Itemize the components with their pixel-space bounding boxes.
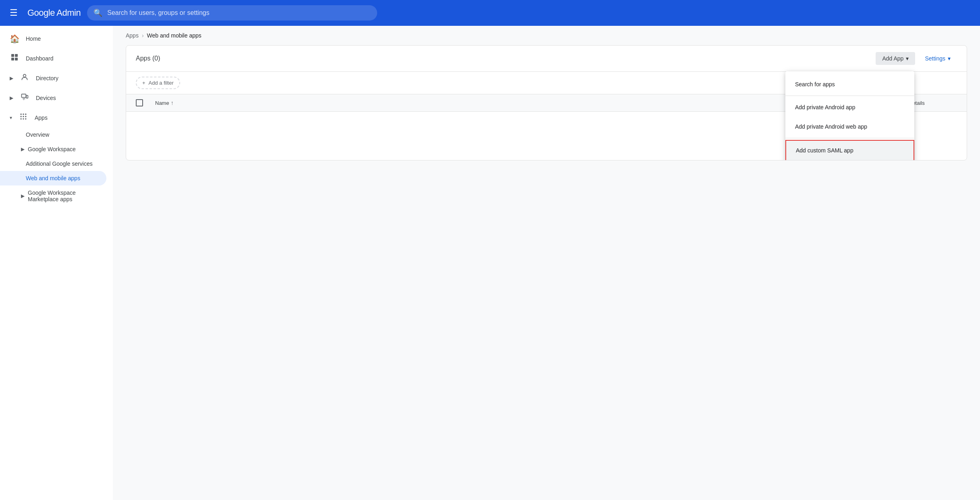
svg-point-7 [23,100,24,100]
svg-point-16 [25,118,26,119]
add-app-button[interactable]: Add App ▾ [876,52,915,65]
menu-icon[interactable]: ☰ [6,4,21,21]
home-icon: 🏠 [10,34,19,44]
svg-rect-5 [22,94,26,97]
sidebar-item-apps-label: Apps [35,115,48,121]
add-app-arrow-icon: ▾ [906,55,909,62]
add-filter-label: Add a filter [149,80,174,86]
sidebar-sub-google-workspace[interactable]: ▶ Google Workspace [0,142,113,156]
apps-icon [19,112,28,123]
topbar: ☰ Google Admin 🔍 Search for users, group… [0,0,980,26]
settings-arrow-icon: ▾ [948,55,951,62]
sidebar-item-devices-label: Devices [36,95,56,101]
add-app-label: Add App [882,55,903,62]
svg-point-4 [23,74,26,77]
add-app-dropdown: Search for apps Add private Android app … [785,71,914,160]
global-search[interactable]: 🔍 Search for users, groups or settings [87,5,377,21]
breadcrumb-current: Web and mobile apps [147,32,201,39]
sidebar-item-apps[interactable]: ▾ Apps [0,108,113,127]
sidebar-item-directory-label: Directory [36,75,58,81]
dropdown-add-private-android[interactable]: Add private Android app [785,98,914,117]
settings-label: Settings [925,55,945,62]
content-card: Apps (0) Add App ▾ Settings ▾ Search for… [126,45,967,160]
svg-point-11 [21,116,22,117]
devices-icon [20,93,29,103]
apps-expand-icon: ▾ [10,115,12,121]
dropdown-divider-2 [785,138,914,138]
sidebar-item-directory[interactable]: ▶ Directory [0,68,113,88]
dropdown-search-apps[interactable]: Search for apps [785,75,914,94]
svg-rect-1 [15,54,18,57]
directory-icon [20,73,29,83]
sidebar-sub-additional-services[interactable]: Additional Google services [0,156,113,171]
svg-rect-3 [15,58,18,60]
sidebar-item-devices[interactable]: ▶ Devices [0,88,113,108]
settings-button[interactable]: Settings ▾ [918,52,957,65]
app-logo: Google Admin [27,8,81,18]
svg-point-13 [25,116,26,117]
content-toolbar: Apps (0) Add App ▾ Settings ▾ Search for… [126,46,967,72]
sidebar-item-dashboard-label: Dashboard [26,55,54,62]
breadcrumb-separator: › [142,32,144,39]
svg-rect-6 [26,96,28,98]
marketplace-expand-icon: ▶ [21,193,25,199]
breadcrumb-apps[interactable]: Apps [126,32,139,39]
directory-expand-icon: ▶ [10,75,13,81]
main-content: Apps › Web and mobile apps Apps (0) Add … [113,26,980,500]
breadcrumb: Apps › Web and mobile apps [113,26,980,45]
svg-point-10 [25,114,26,115]
svg-point-15 [23,118,24,119]
svg-rect-0 [11,54,14,57]
sidebar: 🏠 Home Dashboard ▶ [0,26,113,500]
sidebar-sub-overview[interactable]: Overview [0,127,113,142]
layout: 🏠 Home Dashboard ▶ [0,26,980,500]
svg-rect-2 [11,58,14,60]
dropdown-add-custom-saml[interactable]: Add custom SAML app [785,140,914,160]
sidebar-sub-web-mobile[interactable]: Web and mobile apps [0,171,106,185]
toolbar-buttons: Add App ▾ Settings ▾ [876,52,957,65]
name-column-header[interactable]: Name ↑ [155,100,823,106]
search-icon: 🔍 [93,8,102,17]
dashboard-icon [10,53,19,63]
svg-point-9 [23,114,24,115]
dropdown-divider-1 [785,96,914,96]
devices-expand-icon: ▶ [10,95,13,101]
svg-point-8 [21,114,22,115]
details-column-header: Details [909,100,957,106]
dropdown-add-private-android-web[interactable]: Add private Android web app [785,117,914,136]
sidebar-item-dashboard[interactable]: Dashboard [0,48,106,68]
add-filter-plus-icon: + [142,80,145,86]
select-all-checkbox[interactable] [136,99,143,106]
search-placeholder: Search for users, groups or settings [107,9,209,17]
svg-point-12 [23,116,24,117]
apps-count-label: Apps (0) [136,55,160,62]
name-sort-icon: ↑ [171,100,174,106]
svg-point-14 [21,118,22,119]
sidebar-item-home-label: Home [26,35,41,42]
select-all-col [136,99,149,106]
sidebar-item-home[interactable]: 🏠 Home [0,29,106,48]
add-filter-button[interactable]: + Add a filter [136,77,180,89]
sidebar-sub-marketplace[interactable]: ▶ Google Workspace Marketplace apps [0,185,113,206]
gws-expand-icon: ▶ [21,146,25,152]
